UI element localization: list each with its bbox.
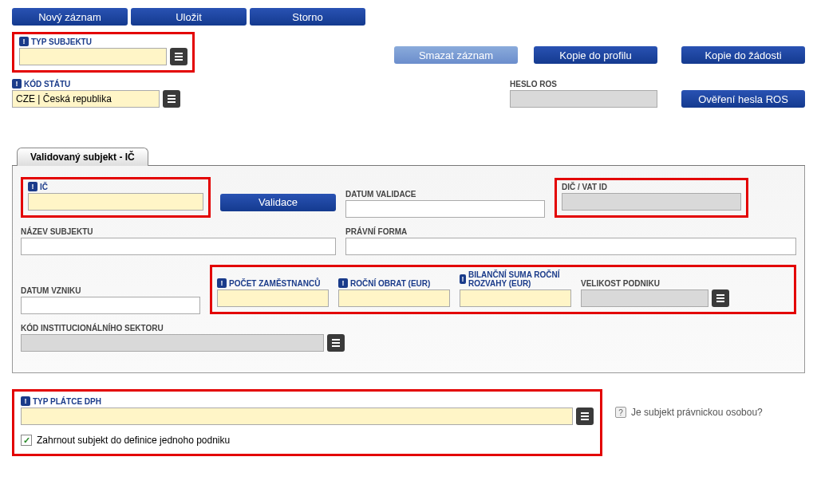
label-ic: ! IČ <box>28 182 203 191</box>
cancel-button[interactable]: Storno <box>250 8 365 26</box>
nazev-subjektu-input[interactable] <box>21 238 336 255</box>
lookup-velikost-podniku-button[interactable] <box>712 289 729 307</box>
save-button[interactable]: Uložit <box>131 8 247 26</box>
typ-subjektu-input[interactable] <box>19 48 167 65</box>
lookup-typ-platce-dph-button[interactable] <box>576 408 594 425</box>
highlight-typ-platce-dph: ! TYP PLÁTCE DPH ✓ Zahrnout subjekt do d… <box>12 389 602 456</box>
label-datum-vzniku: DATUM VZNIKU <box>21 286 200 295</box>
required-icon: ! <box>28 182 37 191</box>
pravnicka-osoba-label: Je subjekt právnickou osobou? <box>631 407 763 418</box>
label-kod-sektoru: KÓD INSTITUCIONÁLNÍHO SEKTORU <box>21 324 345 333</box>
label-heslo-ros: HESLO ROS <box>510 80 657 89</box>
lookup-kod-sektoru-button[interactable] <box>327 334 345 352</box>
required-icon: ! <box>460 274 466 284</box>
label-bilancni-suma: ! BILANČNÍ SUMA ROČNÍ ROZVAHY (EUR) <box>460 270 571 288</box>
ic-input[interactable] <box>28 193 203 211</box>
required-icon: ! <box>338 278 348 288</box>
kod-statu-input[interactable] <box>12 90 160 108</box>
label-rocni-obrat: ! ROČNÍ OBRAT (EUR) <box>338 278 450 288</box>
label-typ-platce-dph: ! TYP PLÁTCE DPH <box>21 396 594 406</box>
datum-vzniku-input[interactable] <box>21 297 200 314</box>
bilancni-suma-input[interactable] <box>460 289 571 307</box>
highlight-ic: ! IČ <box>21 177 211 218</box>
tab-container: Validovaný subjekt - IČ ! IČ Validace DA… <box>12 148 805 373</box>
required-icon: ! <box>19 37 29 46</box>
lookup-typ-subjektu-button[interactable] <box>170 48 187 65</box>
typ-platce-dph-input[interactable] <box>21 408 573 425</box>
dic-input[interactable] <box>562 193 741 211</box>
help-icon[interactable]: ? <box>615 407 626 418</box>
velikost-podniku-input[interactable] <box>581 289 708 307</box>
kod-sektoru-input[interactable] <box>21 334 324 352</box>
datum-validace-input[interactable] <box>345 200 545 218</box>
copy-profile-button[interactable]: Kopie do profilu <box>534 46 657 64</box>
copy-request-button[interactable]: Kopie do žádosti <box>681 46 805 64</box>
highlight-dic: DIČ / VAT ID <box>555 178 748 218</box>
pocet-zamestnancu-input[interactable] <box>217 289 329 307</box>
label-velikost-podniku: VELIKOST PODNIKU <box>581 279 729 288</box>
label-pravni-forma: PRÁVNÍ FORMA <box>345 227 796 236</box>
validate-button[interactable]: Validace <box>220 194 336 211</box>
label-typ-subjektu: ! TYP SUBJEKTU <box>19 37 187 46</box>
new-record-button[interactable]: Nový záznam <box>12 8 128 26</box>
label-datum-validace: DATUM VALIDACE <box>345 190 545 199</box>
required-icon: ! <box>12 79 22 89</box>
zahrnout-subjekt-label: Zahrnout subjekt do definice jednoho pod… <box>37 435 230 446</box>
label-pocet-zamestnancu: ! POČET ZAMĚSTNANCŮ <box>217 278 329 288</box>
verify-ros-button[interactable]: Ověření hesla ROS <box>681 90 805 108</box>
label-dic: DIČ / VAT ID <box>562 183 741 191</box>
delete-record-button[interactable]: Smazat záznam <box>394 46 518 64</box>
pravni-forma-input[interactable] <box>345 238 796 255</box>
lookup-kod-statu-button[interactable] <box>163 90 180 108</box>
label-nazev-subjektu: NÁZEV SUBJEKTU <box>21 227 336 236</box>
highlight-typ-subjektu: ! TYP SUBJEKTU <box>12 32 195 73</box>
label-kod-statu: ! KÓD STÁTU <box>12 79 180 89</box>
zahrnout-subjekt-checkbox[interactable]: ✓ <box>21 435 32 446</box>
rocni-obrat-input[interactable] <box>338 289 450 307</box>
top-button-bar: Nový záznam Uložit Storno <box>12 8 805 26</box>
tab-validovany-subjekt[interactable]: Validovaný subjekt - IČ <box>17 148 148 166</box>
required-icon: ! <box>217 278 227 288</box>
heslo-ros-input[interactable] <box>510 90 657 108</box>
highlight-company-metrics: ! POČET ZAMĚSTNANCŮ ! ROČNÍ OBRAT (EUR) … <box>210 265 796 314</box>
required-icon: ! <box>21 396 30 406</box>
